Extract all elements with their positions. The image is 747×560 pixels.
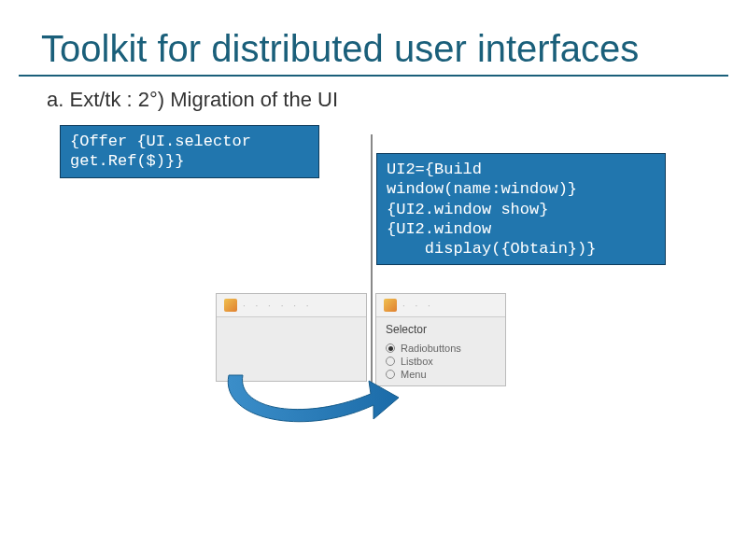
migration-arrow-icon	[191, 368, 406, 442]
radio-icon	[386, 343, 395, 353]
radio-option[interactable]: Listbox	[386, 355, 496, 368]
window-left-body	[217, 317, 366, 332]
selector-group-label: Selector	[376, 317, 505, 338]
radio-label: Listbox	[401, 356, 433, 367]
toolbar-dots: · · · · · ·	[243, 301, 313, 311]
window-icon	[384, 299, 397, 312]
radio-label: Radiobuttons	[401, 343, 461, 354]
code-block-left: {Offer {UI.selector get.Ref($)}}	[60, 125, 319, 178]
vertical-divider	[371, 134, 373, 396]
slide-title: Toolkit for distributed user interfaces	[19, 0, 728, 77]
radio-icon	[386, 357, 395, 366]
code-block-right: UI2={Build window(name:window)} {UI2.win…	[376, 153, 666, 265]
window-left-toolbar: · · · · · ·	[217, 294, 366, 317]
radio-option[interactable]: Radiobuttons	[386, 342, 496, 355]
window-icon	[224, 299, 237, 312]
toolbar-dots-right: · · ·	[402, 301, 434, 311]
window-right-toolbar: · · ·	[376, 294, 505, 317]
slide-subtitle: a. Ext/tk : 2°) Migration of the UI	[0, 88, 747, 112]
